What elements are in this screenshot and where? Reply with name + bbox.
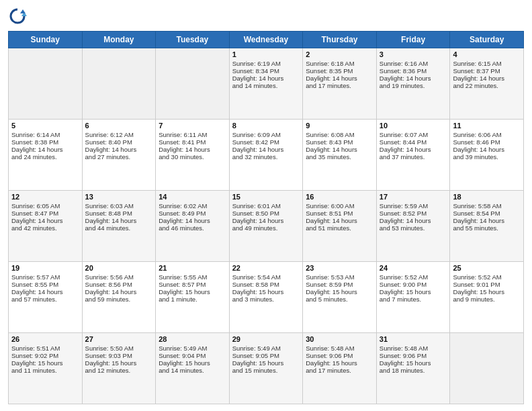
day-info: Daylight: 15 hours [380, 288, 447, 295]
day-info: Sunrise: 5:59 AM [380, 202, 447, 210]
day-info: Sunrise: 6:11 AM [159, 131, 226, 138]
day-number: 8 [232, 122, 300, 130]
day-info: and 49 minutes. [232, 224, 300, 232]
day-info: and 37 minutes. [380, 153, 447, 161]
calendar-cell [156, 48, 230, 120]
day-number: 24 [380, 264, 447, 272]
day-info: Sunrise: 6:02 AM [159, 202, 226, 210]
calendar-header-friday: Friday [376, 32, 450, 48]
day-number: 1 [232, 50, 300, 58]
day-number: 13 [85, 193, 153, 201]
calendar-header-thursday: Thursday [303, 32, 377, 48]
calendar-header-saturday: Saturday [450, 32, 524, 48]
calendar-cell: 25Sunrise: 5:52 AMSunset: 9:01 PMDayligh… [450, 262, 524, 333]
day-info: and 15 minutes. [232, 367, 300, 374]
day-number: 7 [159, 122, 226, 130]
day-info: Daylight: 14 hours [85, 217, 153, 224]
day-info: Sunrise: 5:48 AM [306, 345, 373, 352]
day-number: 31 [380, 335, 447, 343]
calendar-header-monday: Monday [82, 32, 156, 48]
day-info: Daylight: 14 hours [306, 75, 373, 82]
day-info: Sunset: 8:52 PM [380, 210, 447, 217]
day-info: Sunrise: 5:58 AM [453, 202, 521, 210]
day-number: 2 [306, 50, 373, 58]
day-info: Sunset: 9:06 PM [306, 352, 373, 359]
day-info: Sunset: 8:56 PM [85, 281, 153, 288]
day-number: 17 [380, 193, 447, 201]
day-info: and 22 minutes. [453, 82, 521, 89]
day-number: 22 [232, 264, 300, 272]
day-info: Sunset: 9:00 PM [380, 281, 447, 288]
day-info: Sunrise: 5:56 AM [85, 273, 153, 281]
calendar-cell: 2Sunrise: 6:18 AMSunset: 8:35 PMDaylight… [303, 48, 377, 120]
day-info: Sunset: 8:55 PM [11, 281, 79, 288]
day-number: 15 [232, 193, 300, 201]
day-info: and 5 minutes. [306, 295, 373, 303]
logo [8, 7, 30, 26]
day-info: Sunrise: 5:53 AM [306, 273, 373, 281]
day-info: and 17 minutes. [306, 82, 373, 89]
calendar-cell: 10Sunrise: 6:07 AMSunset: 8:44 PMDayligh… [376, 120, 450, 191]
day-number: 9 [306, 122, 373, 130]
day-info: Daylight: 14 hours [453, 75, 521, 82]
calendar-cell [450, 333, 524, 404]
day-info: Sunrise: 5:57 AM [11, 273, 79, 281]
day-info: and 59 minutes. [85, 295, 153, 303]
calendar-cell: 13Sunrise: 6:03 AMSunset: 8:48 PMDayligh… [82, 191, 156, 262]
day-info: and 39 minutes. [453, 153, 521, 161]
day-info: Sunrise: 5:55 AM [159, 273, 226, 281]
day-number: 5 [11, 122, 79, 130]
day-info: Sunset: 9:06 PM [380, 352, 447, 359]
day-number: 30 [306, 335, 373, 343]
day-info: Sunset: 8:50 PM [232, 210, 300, 217]
day-number: 11 [453, 122, 521, 130]
day-info: and 35 minutes. [306, 153, 373, 161]
day-info: Sunset: 8:46 PM [453, 138, 521, 146]
day-info: and 27 minutes. [85, 153, 153, 161]
day-info: and 57 minutes. [11, 295, 79, 303]
day-info: Sunrise: 6:16 AM [380, 60, 447, 67]
day-number: 21 [159, 264, 226, 272]
calendar-cell: 24Sunrise: 5:52 AMSunset: 9:00 PMDayligh… [376, 262, 450, 333]
day-info: and 55 minutes. [453, 224, 521, 232]
day-info: Daylight: 14 hours [453, 146, 521, 153]
day-info: Sunrise: 6:00 AM [306, 202, 373, 210]
day-info: Sunrise: 5:50 AM [85, 345, 153, 352]
day-number: 10 [380, 122, 447, 130]
day-number: 12 [11, 193, 79, 201]
day-info: Daylight: 14 hours [306, 217, 373, 224]
day-info: Sunset: 8:57 PM [159, 281, 226, 288]
calendar-table: SundayMondayTuesdayWednesdayThursdayFrid… [8, 31, 524, 404]
day-number: 29 [232, 335, 300, 343]
calendar-cell: 12Sunrise: 6:05 AMSunset: 8:47 PMDayligh… [9, 191, 83, 262]
day-info: Daylight: 15 hours [306, 359, 373, 367]
day-info: Sunrise: 5:49 AM [232, 345, 300, 352]
calendar-cell: 15Sunrise: 6:01 AMSunset: 8:50 PMDayligh… [229, 191, 303, 262]
calendar-week-row: 12Sunrise: 6:05 AMSunset: 8:47 PMDayligh… [9, 191, 524, 262]
day-info: and 42 minutes. [11, 224, 79, 232]
header [8, 7, 524, 26]
day-info: Daylight: 14 hours [232, 146, 300, 153]
day-info: Sunrise: 6:03 AM [85, 202, 153, 210]
day-info: Sunset: 8:35 PM [306, 67, 373, 75]
day-info: Daylight: 14 hours [380, 75, 447, 82]
day-info: Daylight: 15 hours [11, 359, 79, 367]
day-info: Daylight: 15 hours [232, 288, 300, 295]
day-number: 3 [380, 50, 447, 58]
day-info: Sunset: 8:42 PM [232, 138, 300, 146]
day-info: Daylight: 14 hours [85, 146, 153, 153]
day-info: and 24 minutes. [11, 153, 79, 161]
day-info: Daylight: 15 hours [380, 359, 447, 367]
day-info: and 12 minutes. [85, 367, 153, 374]
calendar-cell: 14Sunrise: 6:02 AMSunset: 8:49 PMDayligh… [156, 191, 230, 262]
calendar-cell: 5Sunrise: 6:14 AMSunset: 8:38 PMDaylight… [9, 120, 83, 191]
calendar-week-row: 26Sunrise: 5:51 AMSunset: 9:02 PMDayligh… [9, 333, 524, 404]
page: SundayMondayTuesdayWednesdayThursdayFrid… [0, 0, 532, 411]
day-info: Daylight: 14 hours [306, 146, 373, 153]
calendar-cell: 23Sunrise: 5:53 AMSunset: 8:59 PMDayligh… [303, 262, 377, 333]
day-info: Sunset: 8:37 PM [453, 67, 521, 75]
day-number: 6 [85, 122, 153, 130]
day-info: Sunset: 8:54 PM [453, 210, 521, 217]
calendar-cell: 29Sunrise: 5:49 AMSunset: 9:05 PMDayligh… [229, 333, 303, 404]
calendar-cell: 7Sunrise: 6:11 AMSunset: 8:41 PMDaylight… [156, 120, 230, 191]
